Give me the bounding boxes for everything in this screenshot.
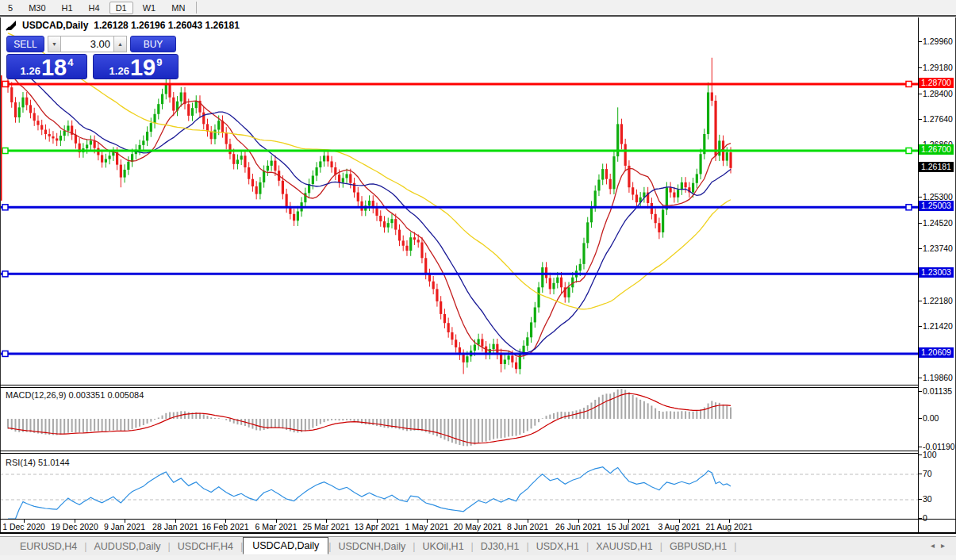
date-axis-label: 15 Jul 2021 [607,522,650,531]
tab-scroll-right-icon[interactable]: ▸ [941,541,951,550]
tab-eurusd-h4[interactable]: EURUSD,H4 [13,539,84,554]
date-axis-label: 20 May 2021 [454,522,502,531]
volume-increase-button[interactable]: ▲ [113,36,127,52]
date-axis-label: 6 Mar 2021 [255,522,297,531]
period-button-mn[interactable]: MN [165,2,191,14]
toolbar-separator [0,15,956,17]
price-axis-tick: 1.25300 [923,192,953,201]
main-macd-splitter[interactable] [0,385,918,385]
date-axis-tickmark [24,520,25,523]
date-axis-tickmark [528,520,528,523]
toolbar-group-separator [196,2,197,13]
price-axis-tick: 1.24520 [923,218,953,228]
price-axis-badge: 1.23003 [919,267,954,278]
buy-price-pipette: 9 [156,56,162,68]
main-macd-splitter-2 [0,387,918,388]
date-axis-label: 1 Dec 2020 [2,522,45,531]
date-axis-tickmark [125,520,125,523]
chart-ohlc-values: 1.26128 1.26196 1.26043 1.26181 [94,20,240,31]
price-axis-badge: 1.25003 [919,201,954,211]
rsi-indicator-label: RSI(14) 51.0144 [6,458,70,467]
price-axis-badge: 1.26181 [919,162,954,172]
price-axis-badge: 1.20609 [919,347,954,358]
period-button-m30[interactable]: M30 [22,2,52,14]
terminal-window: 5M30H1H4D1W1MN USDCAD,Daily 1.26128 1.26… [0,0,956,560]
date-axis-tickmark [427,520,428,523]
tab-dj30-h1[interactable]: DJ30,H1 [474,539,527,554]
date-axis-label: 25 Mar 2021 [303,522,350,531]
buy-price-big: 19 [130,56,155,79]
tab-usdcnh-daily[interactable]: USDCNH,Daily [332,539,413,554]
window-left-border [0,17,1,533]
macd-rsi-splitter[interactable] [0,451,918,451]
date-axis-tickmark [175,520,176,523]
sell-button[interactable]: SELL [6,36,44,52]
chart-symbol-period: USDCAD,Daily [22,20,88,31]
date-axis-tickmark [679,520,680,523]
period-button-w1[interactable]: W1 [136,2,163,14]
tab-ukoil-h1[interactable]: UKOil,H1 [415,539,470,554]
rsi-panel-chart[interactable] [0,455,918,519]
rsi-axis-tick: 70 [923,469,932,478]
tab-separator: | [734,541,736,552]
price-axis-tick: 1.23740 [923,244,953,253]
period-button-5[interactable]: 5 [2,2,19,14]
volume-spinner: ▼ ▲ [48,36,127,52]
tab-audusd-daily[interactable]: AUDUSD,Daily [87,539,168,554]
date-axis-tickmark [377,520,378,523]
date-axis-tickmark [225,520,226,523]
window-bottom-border [0,532,956,534]
rsi-axis-tick: 100 [923,450,937,459]
sell-price-pipette: 4 [67,56,73,68]
date-axis-tickmark [578,520,579,523]
price-axis-tick: 1.29180 [923,63,953,72]
date-axis-label: 21 Aug 2021 [706,522,753,531]
price-axis-badge: 1.28700 [919,78,954,88]
tab-scroll-left-icon[interactable]: ◂ [931,541,941,550]
volume-input[interactable] [61,36,113,52]
macd-axis-tick: 0.01135 [923,386,952,396]
date-axis-tickmark [628,520,629,523]
date-axis-tickmark [729,520,730,523]
buy-price-box[interactable]: 1.26 19 9 [93,54,179,79]
period-button-h1[interactable]: H1 [56,2,79,14]
chart-title-row: USDCAD,Daily 1.26128 1.26196 1.26043 1.2… [6,20,240,31]
macd-rsi-splitter-2 [0,453,918,454]
period-button-d1[interactable]: D1 [109,2,133,14]
volume-decrease-button[interactable]: ▼ [48,36,61,52]
price-axis-tick: 1.29960 [923,36,953,46]
sell-price-big: 18 [41,56,67,79]
buy-price-prefix: 1.26 [109,65,129,77]
date-axis-label: 26 Jun 2021 [555,522,601,531]
date-axis-tickmark [326,520,327,523]
price-axis-badge: 1.26700 [919,144,954,155]
price-axis-tick: 1.28400 [923,89,953,98]
tab-usdchf-h4[interactable]: USDCHF,H4 [171,539,240,554]
date-axis-label: 8 Jun 2021 [507,522,548,531]
tab-gbpusd-h1[interactable]: GBPUSD,H1 [662,539,734,554]
one-click-trading-icon[interactable] [6,20,17,31]
rsi-axis-tick: 0 [923,513,927,523]
date-axis-tickmark [276,520,277,523]
date-axis-tickmark [478,520,478,523]
tab-scroll-arrows: ◂▸ [931,541,951,550]
tab-usdx-h1[interactable]: USDX,H1 [529,539,586,554]
date-axis-label: 1 May 2021 [405,522,449,531]
price-axis-tick: 1.22180 [923,296,953,305]
sell-price-prefix: 1.26 [21,65,40,77]
one-click-trade-panel: SELL ▼ ▲ BUY 1.26 18 4 1.26 19 9 [6,36,179,79]
tab-xauusd-h1[interactable]: XAUUSD,H1 [589,539,660,554]
buy-button[interactable]: BUY [130,36,176,52]
sell-price-box[interactable]: 1.26 18 4 [6,54,87,79]
tab-usdcad-daily[interactable]: USDCAD,Daily [243,537,328,554]
date-axis-label: 13 Apr 2021 [355,522,400,531]
rsi-axis-tick: 30 [923,494,932,504]
date-axis-label: 28 Jan 2021 [152,522,198,531]
macd-indicator-label: MACD(12,26,9) 0.003351 0.005084 [6,390,144,400]
period-button-h4[interactable]: H4 [83,2,106,14]
date-axis-label: 9 Jan 2021 [104,522,145,531]
status-strip [0,555,956,560]
date-axis-tickmark [75,520,75,523]
price-axis-tick: 1.27640 [923,114,953,124]
symbol-tab-bar: EURUSD,H4|AUDUSD,Daily|USDCHF,H4|USDCAD,… [0,536,956,555]
